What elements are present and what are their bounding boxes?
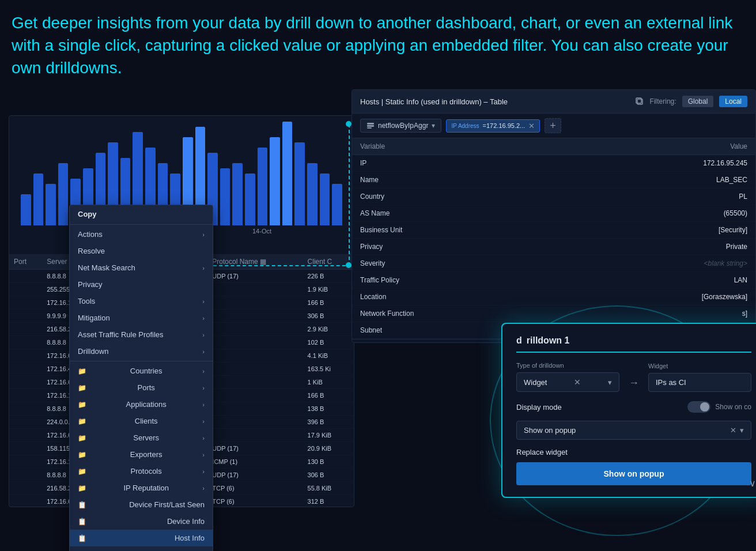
bar-23: [294, 142, 305, 225]
menu-item-drilldown[interactable]: Drilldown ›: [70, 343, 213, 360]
date-label-2: 14-Oct: [252, 228, 271, 235]
show-co-label: Show on co: [715, 403, 751, 411]
var-name: Name: [352, 172, 566, 188]
cell-protocol: UDP (17): [207, 442, 303, 455]
arrow-icon: ›: [202, 401, 205, 408]
bar-20: [258, 148, 268, 225]
copy-icon[interactable]: [635, 97, 644, 106]
dashed-line-vertical: [349, 124, 350, 266]
bar-19: [245, 173, 255, 225]
cell-client: 55.8 KiB: [303, 482, 354, 495]
menu-item-applications-label: Applications: [126, 400, 167, 409]
cell-port: [9, 270, 42, 283]
menu-item-drilldown-label: Drilldown: [78, 347, 108, 356]
bar-25: [320, 173, 330, 225]
var-network-fn: Network Function: [352, 305, 566, 322]
menu-item-actions[interactable]: Actions ›: [70, 226, 213, 243]
show-popup-button[interactable]: Show on popup: [516, 462, 751, 485]
type-close-icon[interactable]: ✕: [574, 378, 581, 387]
datasource-selector[interactable]: netflowByIpAggr ▾: [360, 119, 441, 133]
var-ip: IP: [352, 155, 566, 172]
cell-client: 396 B: [303, 416, 354, 429]
bar-1: [21, 194, 31, 225]
val-name: LAB_SEC: [566, 172, 755, 188]
col-variable: Variable: [352, 138, 566, 155]
popup-select-chevron[interactable]: ▾: [740, 426, 744, 435]
folder-icon: 📁: [78, 384, 86, 392]
popup-header: d rilldown 1: [516, 335, 751, 353]
menu-item-clients-label: Clients: [135, 417, 158, 425]
dot-connector-1: [346, 262, 351, 268]
scroll-down-icon[interactable]: ∨: [749, 478, 756, 489]
menu-item-mitigation-label: Mitigation: [78, 314, 110, 322]
cell-client: 312 B: [303, 495, 354, 508]
cell-client: 163.5 Ki: [303, 363, 354, 376]
menu-item-device-info[interactable]: 📋 Device Info: [70, 513, 213, 530]
menu-item-device-firstlast-label: Device First/Last Seen: [129, 500, 205, 509]
type-chevron-icon[interactable]: ▾: [608, 378, 612, 387]
menu-item-device-firstlast[interactable]: 📋 Device First/Last Seen: [70, 496, 213, 513]
bar-24: [307, 163, 317, 225]
menu-item-countries[interactable]: 📁 Countries ›: [70, 363, 213, 379]
menu-item-asset[interactable]: Asset Traffic Rule Profiles ›: [70, 326, 213, 343]
right-panel-header: Hosts | Static Info (used in drilldown) …: [352, 90, 755, 114]
type-select[interactable]: Widget ✕ ▾: [516, 372, 619, 392]
val-country: PL: [566, 188, 755, 205]
menu-item-privacy[interactable]: Privacy: [70, 276, 213, 293]
popup-select[interactable]: Show on popup ✕ ▾: [516, 421, 751, 440]
arrow-icon: ›: [202, 315, 205, 322]
menu-item-applications[interactable]: 📁 Applications ›: [70, 396, 213, 413]
replace-widget-label: Replace widget: [516, 448, 751, 456]
arrow-icon: ›: [202, 435, 205, 441]
popup-select-close[interactable]: ✕: [730, 426, 736, 435]
folder-icon: 📋: [78, 534, 86, 542]
cell-protocol: [207, 336, 303, 349]
folder-icon: 📁: [78, 417, 86, 425]
separator-1: [70, 224, 213, 225]
add-filter-btn[interactable]: +: [545, 118, 561, 133]
menu-item-countries-label: Countries: [130, 367, 162, 375]
menu-item-tools[interactable]: Tools ›: [70, 293, 213, 310]
svg-rect-2: [367, 123, 374, 124]
table-row: Name LAB_SEC: [352, 172, 755, 188]
table-row: Location [Goraszewska]: [352, 289, 755, 305]
menu-item-ports[interactable]: 📁 Ports ›: [70, 379, 213, 396]
menu-item-ip-reputation[interactable]: 📁 IP Reputation ›: [70, 480, 213, 496]
arrow-icon: ›: [202, 468, 205, 475]
val-asname: (65500): [566, 205, 755, 222]
dashed-line-horizontal: [213, 265, 351, 266]
cell-port: [9, 402, 42, 416]
table-row: Country PL: [352, 188, 755, 205]
menu-item-servers[interactable]: 📁 Servers ›: [70, 429, 213, 446]
panel-title: Hosts | Static Info (used in drilldown) …: [360, 97, 629, 106]
menu-item-basic-conv[interactable]: 📋 Basic Conversation Metrics: [70, 546, 213, 551]
cell-protocol: [207, 363, 303, 376]
widget-field: Widget IPs as CI: [648, 363, 751, 392]
menu-item-resolve-label: Resolve: [78, 247, 105, 255]
var-country: Country: [352, 188, 566, 205]
menu-item-host-info[interactable]: 📋 Host Info: [70, 530, 213, 546]
menu-item-resolve[interactable]: Resolve: [70, 243, 213, 259]
folder-icon: 📋: [78, 518, 86, 526]
arrow-icon: ›: [202, 298, 205, 305]
arrow-icon: ›: [202, 331, 205, 338]
cell-protocol: [207, 349, 303, 363]
menu-item-protocols[interactable]: 📁 Protocols ›: [70, 463, 213, 480]
menu-item-clients[interactable]: 📁 Clients ›: [70, 413, 213, 429]
filter-global-btn[interactable]: Global: [682, 96, 714, 107]
cell-client: 1.9 KiB: [303, 283, 354, 296]
col-port[interactable]: Port: [9, 254, 42, 270]
filter-tag-close[interactable]: ✕: [528, 122, 535, 130]
bar-21: [270, 137, 280, 225]
menu-item-netmask[interactable]: Net Mask Search ›: [70, 259, 213, 276]
menu-item-mitigation[interactable]: Mitigation ›: [70, 310, 213, 326]
widget-label: Widget: [648, 363, 751, 369]
cell-client: 306 B: [303, 469, 354, 482]
filter-local-btn[interactable]: Local: [719, 96, 747, 107]
cell-protocol: [207, 416, 303, 429]
menu-item-ip-reputation-label: IP Reputation: [123, 484, 169, 492]
toggle-control[interactable]: [687, 401, 710, 413]
col-protocol[interactable]: Protocol Name ▦: [207, 254, 303, 270]
menu-item-exporters[interactable]: 📁 Exporters ›: [70, 446, 213, 463]
menu-item-asset-label: Asset Traffic Rule Profiles: [78, 330, 164, 339]
